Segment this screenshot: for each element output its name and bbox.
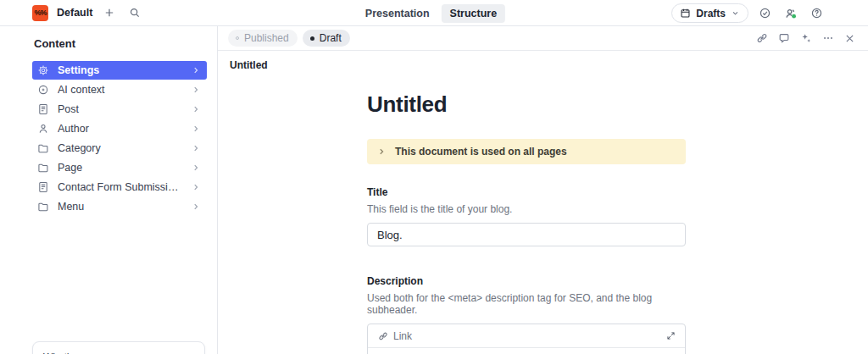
published-chip-label: Published (244, 32, 289, 44)
users-icon (784, 7, 798, 20)
published-dot-icon (236, 36, 239, 40)
chevron-right-icon (377, 147, 386, 156)
sidebar-list: Settings AI context Post (32, 61, 207, 216)
sidebar-item-label: Settings (58, 64, 183, 76)
description-field-label: Description (367, 275, 686, 287)
title-field-group: Title This field is the title of your bl… (367, 186, 686, 246)
gear-icon (37, 64, 49, 76)
comment-icon (778, 32, 790, 44)
document-form: Untitled This document is used on all pa… (367, 91, 686, 354)
document-title: Untitled (367, 91, 686, 118)
sparkle-circle-icon (37, 84, 49, 96)
tool-tabs: Presentation Structure (357, 0, 505, 26)
sidebar-item-label: AI context (58, 84, 183, 96)
releases-drafts-button[interactable]: Drafts (671, 3, 748, 23)
topbar-right: Drafts (671, 0, 826, 26)
description-field-group: Description Used both for the <meta> des… (367, 275, 686, 354)
insert-link-label: Link (393, 330, 412, 342)
chevron-down-icon (731, 8, 740, 18)
description-field-description: Used both for the <meta> description tag… (367, 292, 686, 316)
plus-icon (103, 7, 115, 19)
tasks-button[interactable] (756, 4, 774, 22)
search-button[interactable] (126, 4, 143, 21)
help-icon (810, 7, 823, 19)
workspace-logo[interactable]: %% (32, 5, 48, 21)
content-sidebar: Content Settings AI context (0, 26, 218, 354)
version-chips: Published Draft (228, 30, 350, 47)
calendar-icon (680, 8, 691, 19)
expand-editor-button[interactable] (665, 329, 677, 342)
topbar-left: %% Default (0, 4, 143, 21)
drafts-label: Drafts (696, 8, 726, 19)
sidebar-item-contact-form-submissions[interactable]: Contact Form Submissions (32, 178, 207, 196)
sidebar-item-label: Author (58, 123, 183, 135)
sidebar-item-label: Contact Form Submissions (58, 181, 183, 193)
draft-dot-icon (310, 36, 314, 41)
link-icon (756, 32, 768, 44)
presence-button[interactable] (782, 4, 800, 23)
folder-icon (37, 162, 49, 174)
published-chip[interactable]: Published (228, 30, 298, 47)
chevron-right-icon (192, 163, 200, 172)
workspace-name[interactable]: Default (57, 7, 92, 19)
rich-text-content[interactable]: A statically generated blog example usin… (368, 348, 685, 354)
sanity-studio-app: %% Default Presentation Structure (0, 0, 868, 354)
title-input[interactable] (367, 223, 686, 246)
whats-new-card[interactable]: What's new (32, 341, 205, 354)
usage-banner[interactable]: This document is used on all pages (367, 139, 686, 164)
editor-toolbar: Link (368, 324, 685, 348)
tab-structure[interactable]: Structure (442, 4, 506, 23)
sidebar-item-label: Page (58, 162, 183, 174)
link-icon (378, 331, 388, 341)
sidebar-item-label: Menu (58, 201, 183, 213)
pane-title: Content (0, 26, 217, 58)
sidebar-item-ai-context[interactable]: AI context (32, 80, 207, 99)
chevron-right-icon (192, 86, 200, 94)
document-panel-header: Published Draft (218, 26, 868, 51)
chevron-right-icon (192, 202, 200, 211)
draft-chip-label: Draft (320, 32, 342, 44)
insert-link-button[interactable]: Link (376, 329, 415, 344)
close-panel-button[interactable] (842, 30, 858, 47)
sparkles-icon (800, 32, 812, 44)
usage-banner-text: This document is used on all pages (395, 146, 567, 158)
expand-icon (666, 331, 676, 340)
title-field-description: This field is the title of your blog. (367, 203, 686, 215)
folder-icon (37, 201, 49, 213)
title-field-label: Title (367, 186, 686, 198)
help-button[interactable] (808, 4, 826, 22)
more-menu-button[interactable] (820, 30, 837, 47)
tab-presentation[interactable]: Presentation (357, 4, 438, 23)
sidebar-item-author[interactable]: Author (32, 119, 207, 138)
close-icon (844, 33, 855, 44)
copy-link-button[interactable] (754, 30, 771, 47)
comments-button[interactable] (776, 30, 793, 47)
folder-icon (37, 142, 49, 154)
sidebar-item-post[interactable]: Post (32, 100, 207, 119)
document-icon (37, 181, 49, 193)
document-panel: Published Draft (218, 26, 868, 354)
sidebar-item-label: Post (58, 103, 183, 115)
user-icon (37, 123, 49, 135)
document-breadcrumb[interactable]: Untitled (218, 51, 868, 71)
sidebar-item-page[interactable]: Page (32, 158, 207, 177)
more-icon (822, 32, 834, 44)
chevron-right-icon (192, 183, 200, 191)
topbar: %% Default Presentation Structure (0, 0, 868, 26)
sidebar-item-menu[interactable]: Menu (32, 197, 207, 216)
workspace-logo-glyph: %% (34, 8, 46, 17)
panel-actions (754, 30, 858, 47)
chevron-right-icon (192, 144, 200, 152)
ai-assist-button[interactable] (798, 30, 815, 47)
chevron-right-icon (192, 66, 200, 75)
draft-chip[interactable]: Draft (303, 30, 350, 47)
sidebar-item-settings[interactable]: Settings (32, 61, 207, 80)
check-circle-icon (759, 7, 771, 19)
chevron-right-icon (192, 105, 200, 113)
rich-text-editor: Link A statically generated blog example… (367, 324, 686, 354)
chevron-right-icon (192, 124, 200, 133)
sidebar-item-category[interactable]: Category (32, 139, 207, 158)
document-icon (37, 103, 49, 115)
sidebar-item-label: Category (58, 142, 183, 154)
new-document-button[interactable] (101, 4, 118, 21)
